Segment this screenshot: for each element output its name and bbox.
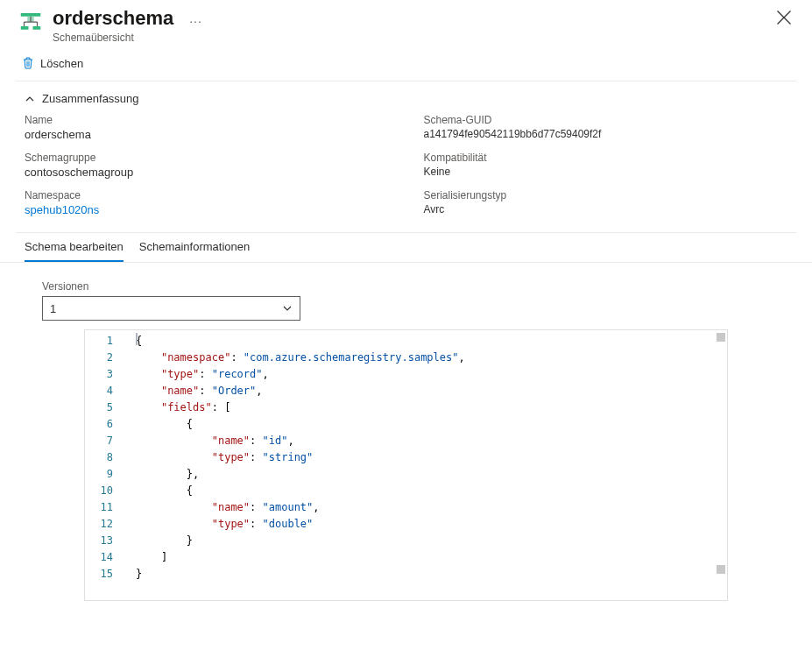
- compat-value: Keine: [424, 166, 788, 178]
- editor-code[interactable]: { "namespace": "com.azure.schemaregistry…: [129, 330, 727, 600]
- editor-gutter: 1 2 3 4 5 6 7 8 9 10 11 12 13 14 15: [85, 330, 129, 600]
- summary-toggle-label: Zusammenfassung: [42, 92, 139, 105]
- summary-toggle[interactable]: Zusammenfassung: [25, 92, 787, 105]
- versions-selected: 1: [50, 302, 56, 315]
- compat-label: Kompatibilität: [424, 152, 788, 164]
- group-value: contososchemagroup: [25, 166, 389, 179]
- guid-value: a141794fe90542119bb6d77c59409f2f: [424, 128, 788, 140]
- ns-label: Namespace: [25, 189, 389, 201]
- panel-title: orderschema: [53, 7, 173, 30]
- more-button[interactable]: ···: [186, 12, 206, 30]
- tab-schema-info[interactable]: Schemainformationen: [139, 233, 250, 262]
- panel-subtitle: Schemaübersicht: [53, 32, 173, 44]
- serial-label: Serialisierungstyp: [424, 189, 788, 201]
- delete-label: Löschen: [40, 57, 83, 70]
- delete-button[interactable]: Löschen: [16, 53, 88, 74]
- chevron-up-icon: [25, 94, 35, 104]
- name-label: Name: [25, 114, 389, 126]
- close-button[interactable]: [775, 9, 793, 26]
- tab-edit-schema[interactable]: Schema bearbeiten: [25, 233, 124, 262]
- guid-label: Schema-GUID: [424, 114, 788, 126]
- chevron-down-icon: [282, 303, 293, 314]
- schema-icon: [18, 9, 44, 35]
- schema-editor[interactable]: 1 2 3 4 5 6 7 8 9 10 11 12 13 14 15 { "n…: [84, 329, 728, 601]
- trash-icon: [21, 56, 35, 70]
- serial-value: Avrc: [424, 203, 788, 215]
- scroll-marker: [717, 565, 725, 574]
- svg-rect-0: [21, 13, 41, 17]
- scroll-marker: [717, 333, 725, 342]
- svg-rect-2: [21, 26, 29, 30]
- editor-cursor: [136, 333, 138, 345]
- svg-rect-3: [33, 26, 41, 30]
- group-label: Schemagruppe: [25, 152, 389, 164]
- name-value: orderschema: [25, 128, 389, 141]
- tabs: Schema bearbeiten Schemainformationen: [0, 233, 812, 263]
- close-icon: [775, 9, 793, 26]
- versions-select[interactable]: 1: [42, 296, 300, 321]
- versions-label: Versionen: [42, 280, 770, 293]
- ns-value[interactable]: spehub1020ns: [25, 203, 389, 216]
